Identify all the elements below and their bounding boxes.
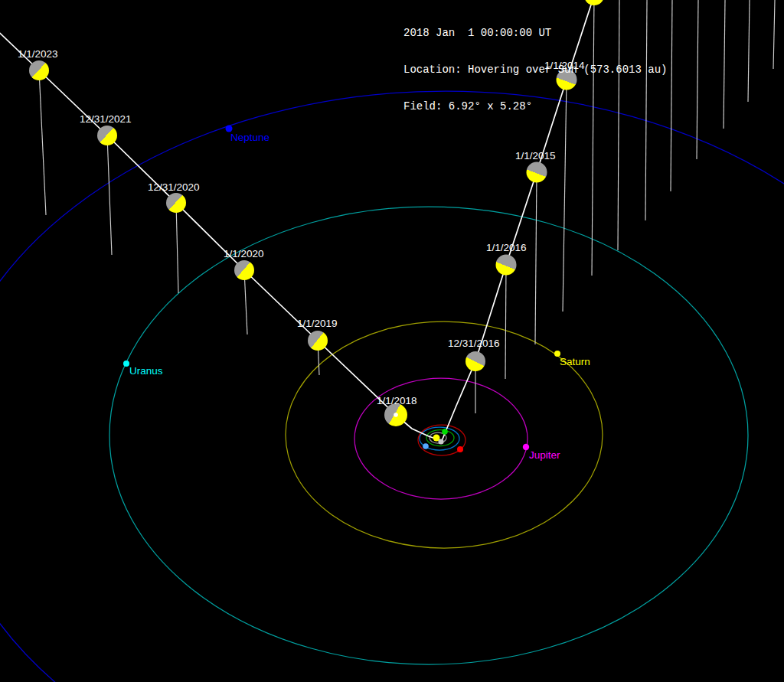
drop-line (724, 0, 725, 129)
comet-sphere (166, 193, 186, 213)
comet-date-label: 1/1/2018 (377, 395, 417, 406)
uranus-dot (123, 361, 129, 367)
comet-sphere (234, 260, 254, 280)
orbit-neptune (0, 91, 784, 682)
mercury-dot (438, 439, 443, 444)
comet-date-label: 1/1/2019 (297, 318, 338, 329)
comet-nucleus-dot (394, 413, 398, 417)
status-header: 2018 Jan 1 00:00:00 UT Location: Hoverin… (403, 2, 667, 137)
drop-line (176, 203, 178, 293)
drop-line (535, 172, 537, 344)
jupiter-dot (523, 444, 529, 450)
comet-date-label: 12/31/2021 (80, 113, 132, 125)
planet-markers (123, 126, 560, 453)
earth-dot (423, 443, 429, 449)
header-field-of-view: Field: 6.92° x 5.28° (403, 100, 667, 113)
saturn-label: Saturn (560, 356, 590, 367)
comet-sphere (466, 351, 485, 371)
venus-dot (442, 429, 448, 435)
drop-line (39, 70, 46, 215)
comet-date-label: 12/31/2020 (148, 181, 200, 193)
planet-orbits (0, 91, 784, 682)
drop-line (697, 0, 698, 159)
comet-sphere (496, 255, 517, 276)
comet-date-label: 1/1/2023 (18, 48, 58, 60)
drop-line (773, 0, 775, 69)
comet-sphere (29, 60, 49, 80)
comet-date-label: 12/31/2016 (448, 338, 500, 349)
comet-date-label: 1/1/2016 (486, 242, 527, 253)
jupiter-label: Jupiter (529, 449, 560, 461)
orbit-uranus (109, 207, 748, 664)
header-location: Location: Hovering over Sun (573.6013 au… (403, 64, 667, 76)
header-datetime: 2018 Jan 1 00:00:00 UT (403, 27, 667, 39)
drop-line (505, 265, 506, 379)
comet-sphere (527, 162, 547, 183)
mars-dot (457, 446, 463, 452)
comet-date-label: 1/1/2020 (224, 248, 264, 259)
comet-sphere (308, 331, 328, 351)
drop-line (748, 0, 750, 102)
comet-date-label: 1/1/2015 (515, 150, 556, 162)
neptune-label: Neptune (230, 132, 270, 143)
solar-system-view: JupiterSaturnUranusNeptune1/1/202312/31/… (0, 0, 784, 682)
uranus-label: Uranus (129, 365, 163, 377)
drop-line (671, 0, 672, 191)
drop-line (107, 135, 112, 255)
comet-sphere (97, 126, 117, 145)
